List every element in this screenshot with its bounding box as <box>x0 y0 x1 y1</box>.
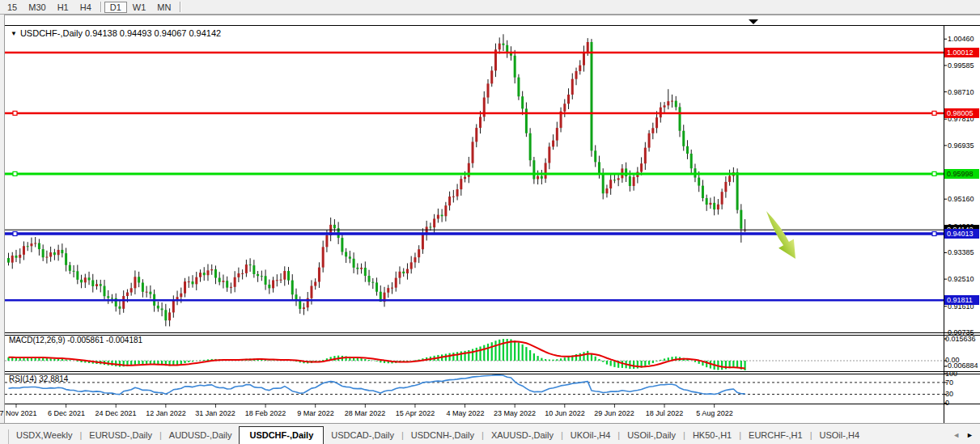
candle-body <box>65 253 67 265</box>
candle-body <box>690 154 693 168</box>
tab-usdcad-daily[interactable]: USDCAD-,Daily <box>324 427 401 444</box>
candle-body <box>532 160 535 179</box>
line-anchor-handle[interactable] <box>932 232 936 236</box>
candle-body <box>475 128 477 142</box>
candle-body <box>268 285 270 288</box>
candle-body <box>552 141 554 147</box>
candle-body <box>230 287 232 288</box>
candle-body <box>702 186 704 198</box>
candle-body <box>640 163 643 171</box>
price-level-badge: 0.98005 <box>944 108 979 118</box>
tab-scroll-right-icon[interactable]: ► <box>966 431 974 439</box>
candle-body <box>721 192 723 204</box>
candle-body <box>418 249 420 257</box>
candle-body <box>57 250 60 255</box>
tab-usdcnh-daily[interactable]: USDCNH-,Daily <box>404 427 482 444</box>
price-tick-label: 0.92510 <box>948 275 974 283</box>
candle-body <box>34 243 36 244</box>
tab-stub <box>0 429 9 444</box>
candle-body <box>675 101 677 108</box>
candle-body <box>602 173 605 193</box>
candle-body <box>61 250 63 253</box>
candle-body <box>280 280 282 281</box>
candle-body <box>325 235 328 247</box>
candle-body <box>164 310 167 320</box>
candle-body <box>291 281 294 295</box>
chevron-down-icon[interactable]: ▼ <box>11 30 17 37</box>
line-anchor-handle[interactable] <box>13 232 17 236</box>
candle-body <box>717 205 719 209</box>
candle-body <box>257 274 259 276</box>
tab-usoil-h4[interactable]: USOil-,H4 <box>812 427 868 444</box>
candle-body <box>73 271 75 272</box>
candle-body <box>433 218 435 227</box>
macd-axis-max-label: 0.015636 <box>945 335 976 343</box>
candle-body <box>472 142 474 163</box>
tab-xauusd-daily[interactable]: XAUUSD-,Daily <box>484 427 561 444</box>
candle-body <box>464 177 466 179</box>
candle-body <box>422 235 424 249</box>
line-anchor-handle[interactable] <box>13 111 17 115</box>
candle-body <box>375 282 378 291</box>
candle-body <box>437 215 439 219</box>
chart-tab-bar: USDX,Weekly|EURUSD-,Daily|AUDUSD-,DailyU… <box>0 423 980 444</box>
chart-shift-marker-icon[interactable] <box>749 19 758 24</box>
price-tick-label: 0.98710 <box>948 88 974 96</box>
chart-canvas[interactable] <box>0 0 980 444</box>
candle-body <box>740 210 742 229</box>
candle-body <box>210 269 213 270</box>
candle-body <box>479 116 482 128</box>
candle-body <box>11 256 14 263</box>
tab-eurusd-daily[interactable]: EURUSD-,Daily <box>82 427 159 444</box>
tab-ukoil-h4[interactable]: UKOil-,H4 <box>563 427 618 444</box>
rsi-indicator-label: RSI(14) 32.8814 <box>9 374 68 383</box>
candle-body <box>195 277 197 285</box>
candle-body <box>682 131 685 146</box>
candle-body <box>252 265 255 274</box>
candle-body <box>444 205 447 216</box>
candle-body <box>107 296 109 298</box>
candle-body <box>679 107 681 130</box>
candle-body <box>126 293 129 296</box>
tab-eurchf-h1[interactable]: EURCHF-,H1 <box>741 427 810 444</box>
candle-body <box>590 42 592 150</box>
rsi-axis-70-label: 70 <box>945 378 953 387</box>
tab-audusd-daily[interactable]: AUDUSD-,Daily <box>162 427 240 444</box>
candle-body <box>594 150 596 162</box>
price-tick-label: 0.99585 <box>948 61 974 70</box>
candle-body <box>613 180 616 180</box>
candle-body <box>617 178 620 180</box>
tab-usoil-daily[interactable]: USOil-,Daily <box>620 427 683 444</box>
tab-usdx-weekly[interactable]: USDX,Weekly <box>9 427 79 444</box>
price-tick-label: 0.95160 <box>948 195 974 203</box>
candle-body <box>429 226 431 227</box>
candle-body <box>104 286 106 297</box>
candle-body <box>567 95 570 104</box>
candle-body <box>545 163 547 178</box>
candle-body <box>448 197 451 205</box>
chart-ohlc-values: 0.94138 0.94493 0.94067 0.94142 <box>85 28 221 38</box>
line-anchor-handle[interactable] <box>932 111 936 115</box>
tab-hk50-h1[interactable]: HK50-,H1 <box>685 427 739 444</box>
candle-body <box>349 256 351 259</box>
line-anchor-handle[interactable] <box>13 171 17 175</box>
candle-body <box>222 281 224 282</box>
candle-body <box>356 268 358 269</box>
candle-body <box>45 257 48 258</box>
candle-body <box>15 256 17 258</box>
candle-body <box>283 271 286 280</box>
line-anchor-handle[interactable] <box>932 171 936 175</box>
tab-scroll-left-icon[interactable]: ◄ <box>952 431 960 439</box>
candle-body <box>146 292 148 293</box>
candle-body <box>571 79 574 95</box>
candle-body <box>237 273 240 277</box>
tab-usdchf-daily[interactable]: USDCHF-,Daily <box>239 426 324 444</box>
price-tick-label: 0.96935 <box>948 142 974 150</box>
candle-body <box>287 271 290 281</box>
candle-body <box>587 42 589 52</box>
price-tick-label: 0.93385 <box>948 248 974 256</box>
candle-body <box>218 278 221 282</box>
candle-body <box>579 66 581 71</box>
candle-body <box>303 307 305 309</box>
candle-body <box>88 277 91 280</box>
